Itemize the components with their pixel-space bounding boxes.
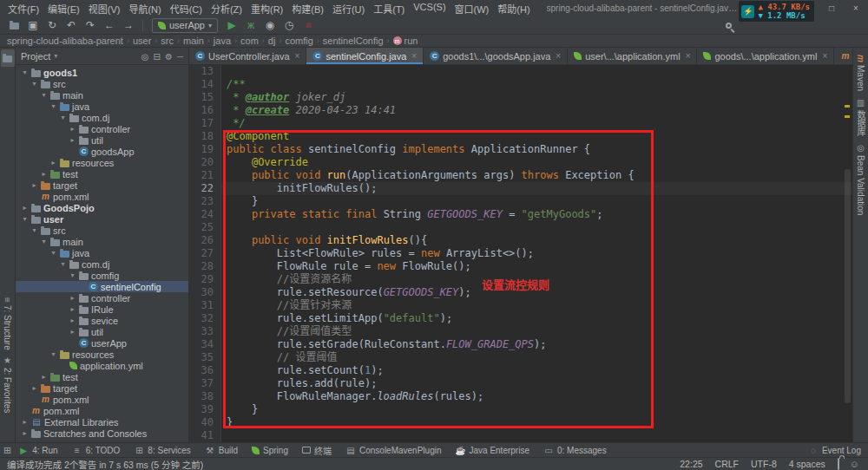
menu-item[interactable]: 文件(F) <box>3 2 43 16</box>
close-button[interactable]: × <box>844 0 868 16</box>
line-number[interactable]: 38 <box>189 390 214 403</box>
tree-item[interactable]: ▾com.dj <box>16 112 188 123</box>
tree-item[interactable]: ▾com.dj <box>16 258 188 270</box>
line-number[interactable]: 25 <box>189 221 214 234</box>
debug-button[interactable]: ж <box>242 17 260 33</box>
code-line[interactable] <box>227 429 852 442</box>
breadcrumb-item[interactable]: user <box>133 36 151 46</box>
code-line[interactable]: FlowRule rule = new FlowRule(); <box>227 260 852 273</box>
tree-item[interactable]: ▾resources <box>16 349 188 360</box>
line-number[interactable]: 17 <box>189 117 214 130</box>
tool-window-button[interactable]: ▭0: Messages <box>543 444 607 457</box>
code-line[interactable]: private static final String GETGOODS_KEY… <box>227 208 852 221</box>
tree-item[interactable]: ▸resources <box>16 157 188 168</box>
tool-window-button[interactable]: ▤ConsoleMavenPlugin <box>345 444 442 457</box>
line-number[interactable]: 35 <box>189 351 214 364</box>
line-number[interactable]: 34 <box>189 338 214 351</box>
tree-item[interactable]: mpom.xml <box>16 191 188 202</box>
chevron-expanded-icon[interactable]: ▾ <box>49 102 57 110</box>
tool-window-button[interactable]: ◎Bean Validation <box>856 143 866 215</box>
settings-gear-icon[interactable]: ⚙ <box>165 52 173 62</box>
run-button[interactable]: ▶ <box>223 17 240 33</box>
tool-window-button[interactable]: Spring <box>252 444 288 457</box>
warning-mark[interactable] <box>845 105 850 108</box>
search-everywhere-icon[interactable] <box>720 17 738 33</box>
tree-item[interactable]: ▾src <box>16 78 188 89</box>
breadcrumb-item[interactable]: spring-cloud-alibaba-parent <box>7 36 123 46</box>
project-tool-button[interactable] <box>1 49 15 67</box>
tab-close-icon[interactable]: × <box>686 51 691 61</box>
menu-item[interactable]: 工具(T) <box>369 2 409 16</box>
tool-window-button[interactable]: ≡7: Structure <box>3 297 13 350</box>
tree-item[interactable]: ▸GoodsPojo <box>16 202 188 213</box>
breadcrumb-item[interactable]: com <box>240 36 259 46</box>
tree-item[interactable]: mpom.xml <box>16 394 188 405</box>
tree-item[interactable]: ▾comfig <box>16 270 188 281</box>
chevron-collapsed-icon[interactable]: ▸ <box>30 181 38 189</box>
chevron-expanded-icon[interactable]: ▾ <box>30 80 38 88</box>
warning-mark[interactable] <box>845 115 850 118</box>
menu-item[interactable]: 重构(R) <box>247 2 287 16</box>
code-line[interactable]: FlowRuleManager.loadRules(rules); <box>227 390 852 403</box>
line-number[interactable]: 36 <box>189 364 214 377</box>
tool-window-button[interactable]: ★2: Favorites <box>3 356 13 413</box>
profiler-button[interactable]: ◷ <box>280 17 298 33</box>
tree-item[interactable]: ▾java <box>16 247 188 258</box>
code-line[interactable]: rule.setGrade(RuleConstant.FLOW_GRADE_QP… <box>227 338 852 351</box>
code-line[interactable]: // 设置阈值 <box>227 351 852 364</box>
chevron-expanded-icon[interactable]: ▾ <box>59 114 67 121</box>
tab-close-icon[interactable]: × <box>822 51 827 61</box>
editor-tab[interactable]: goods\...\application.yml× <box>697 48 834 64</box>
breadcrumb-item[interactable]: mrun <box>393 36 418 46</box>
line-number[interactable]: 24 <box>189 208 214 221</box>
line-number[interactable]: 39 <box>189 403 214 416</box>
event-log-button[interactable]: ◌Event Log <box>808 446 861 455</box>
line-number[interactable]: 20 <box>189 156 214 169</box>
editor-tab[interactable]: CsentinelConfig.java× <box>306 48 424 64</box>
line-number[interactable]: 21 <box>189 169 214 182</box>
chevron-collapsed-icon[interactable]: ▸ <box>69 136 76 144</box>
tree-item[interactable]: ▸target <box>16 180 188 191</box>
breadcrumb-item[interactable]: comfig <box>285 36 312 46</box>
tool-window-button[interactable]: ▥数据库 <box>854 98 867 136</box>
code-line[interactable]: } <box>227 416 852 429</box>
tree-item[interactable]: ▸controller <box>16 292 188 304</box>
readonly-lock-icon[interactable] <box>838 459 839 469</box>
tool-window-button[interactable]: ⚒Build <box>205 444 238 457</box>
tree-item[interactable]: ▸test <box>16 168 188 180</box>
chevron-collapsed-icon[interactable]: ▸ <box>21 204 29 212</box>
code-line[interactable]: public class sentinelConfig implements A… <box>227 143 852 156</box>
code-line[interactable]: * @author joker_dj <box>227 91 852 104</box>
chevron-expanded-icon[interactable]: ▾ <box>40 91 48 99</box>
line-number[interactable]: 14 <box>189 78 214 91</box>
tree-item[interactable]: ▸IRule <box>16 304 188 315</box>
run-config-selector[interactable]: userApp ▾ <box>152 18 218 33</box>
line-number[interactable]: 19 <box>189 143 214 156</box>
code-line[interactable]: /** <box>227 78 852 91</box>
tree-item[interactable]: ▸sevice <box>16 315 188 326</box>
code-line[interactable] <box>227 65 852 78</box>
tab-close-icon[interactable]: × <box>556 51 561 61</box>
sync-icon[interactable]: ↻ <box>43 17 61 33</box>
maximize-button[interactable]: □ <box>819 0 844 16</box>
menu-item[interactable]: 分析(Z) <box>207 2 247 16</box>
chevron-expanded-icon[interactable]: ▾ <box>21 215 29 223</box>
chevron-collapsed-icon[interactable]: ▸ <box>21 429 29 437</box>
chevron-collapsed-icon[interactable]: ▸ <box>69 125 76 133</box>
project-panel-title[interactable]: Project <box>21 51 50 62</box>
line-separator[interactable]: CRLF <box>715 459 739 469</box>
hide-panel-icon[interactable]: ─ <box>177 52 183 62</box>
chevron-collapsed-icon[interactable]: ▸ <box>21 418 29 426</box>
breadcrumb-item[interactable]: main <box>183 36 204 46</box>
line-number[interactable]: 27 <box>189 247 214 260</box>
chevron-down-icon[interactable]: ▾ <box>54 52 57 60</box>
tool-window-button[interactable]: ☕Java Enterprise <box>455 444 529 457</box>
code-line[interactable]: */ <box>227 117 852 130</box>
breadcrumb-item[interactable]: sentinelConfig <box>323 36 384 46</box>
chevron-collapsed-icon[interactable]: ▸ <box>69 305 76 313</box>
editor-tab[interactable]: Cgoods1\...\goodsApp.java× <box>424 48 568 64</box>
chevron-collapsed-icon[interactable]: ▸ <box>40 170 48 178</box>
line-number[interactable]: 33 <box>189 325 214 338</box>
tree-item[interactable]: ▸test <box>16 371 188 382</box>
menu-item[interactable]: 编辑(E) <box>43 2 84 16</box>
